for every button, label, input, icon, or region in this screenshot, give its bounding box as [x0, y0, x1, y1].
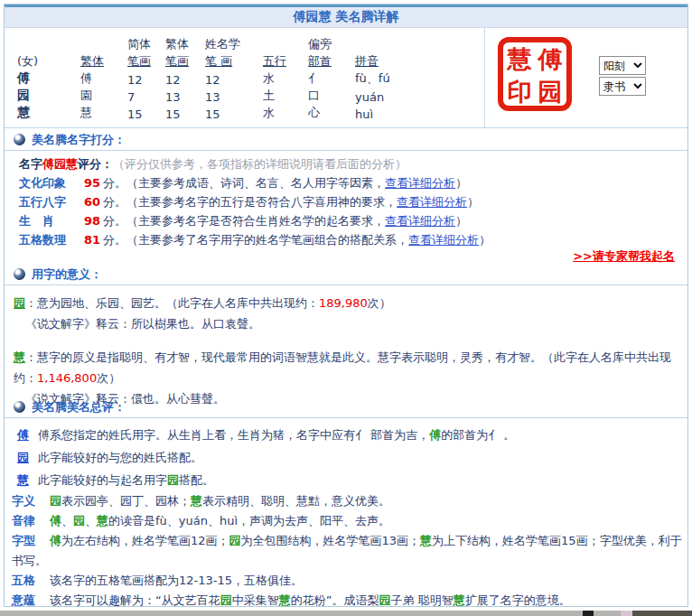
- summary-char-link[interactable]: 慧: [17, 473, 29, 487]
- col-traditional-char[interactable]: 繁体: [80, 52, 127, 70]
- aspect-text: 该名字的五格笔画搭配为12-13-15，五格俱佳。: [50, 574, 303, 587]
- summary-char-link[interactable]: 园: [17, 451, 29, 464]
- col-pinyin[interactable]: 拼音: [355, 52, 454, 70]
- highlight-char-link[interactable]: 傅: [50, 534, 61, 547]
- cell-naming-strokes: 13: [205, 87, 263, 104]
- score-row-wuge: 五格数理81分。（主要参考了名字用字的姓名学笔画组合的搭配关系，查看详细分析）: [19, 230, 687, 249]
- col-naming-strokes[interactable]: 笔 画: [205, 52, 263, 70]
- score-value: 98: [84, 214, 100, 228]
- highlight-char-link[interactable]: 园: [73, 514, 85, 527]
- summary-char-text: 此字能较好的与起名用字园搭配。: [38, 473, 214, 487]
- detail-analysis-link[interactable]: 查看详细分析: [385, 214, 455, 228]
- text-segment: 、: [85, 514, 97, 527]
- aspect-text: 园表示园亭、园丁、园林；慧表示精明、聪明、慧黠，意义优美。: [50, 494, 390, 508]
- score-section-body: 名字傅园慧评分：（评分仅供参考，各项指标的详细说明请看后面的分析） 文化印象95…: [5, 151, 687, 263]
- seal-char: 慧: [508, 43, 532, 76]
- char-link-hui[interactable]: 慧: [17, 104, 80, 121]
- summary-char-text: 傅系您指定的姓氏用字。从生肖上看，生肖为猪，名字中应有亻 部首为吉，傅的部首为亻…: [38, 428, 515, 442]
- text-segment: 搭配。: [179, 473, 214, 487]
- name-analysis-panel: 傅园慧 美名腾详解 简体 繁体 姓名学 偏旁 (女) 繁体 笔画: [4, 4, 688, 607]
- seal-carve-select[interactable]: 阳刻: [599, 56, 646, 75]
- aspect-label: 字型: [12, 531, 50, 551]
- highlight-char-link[interactable]: 园: [379, 593, 391, 607]
- highlight-char-link[interactable]: 园: [50, 494, 61, 508]
- col-radical[interactable]: 部首: [308, 52, 355, 70]
- header-simplified: 简体: [127, 35, 165, 52]
- meaning-entry-hui: 慧：慧字的原义是指聪明、有才智，现代最常用的词语智慧就是此义。慧字表示聪明，灵秀…: [14, 347, 687, 388]
- meaning-char-link[interactable]: 慧: [14, 350, 25, 364]
- aspect-label: 意蕴: [12, 591, 50, 607]
- cell-naming-strokes: 15: [205, 104, 263, 121]
- score-row-zodiac: 生 肖98分。（主要参考名字是否符合生肖姓名学的起名要求，查看详细分析）: [19, 211, 687, 230]
- col-traditional-strokes[interactable]: 笔画: [165, 52, 205, 70]
- highlight-char-link[interactable]: 园: [220, 593, 232, 607]
- text-segment: 189,980: [319, 296, 368, 310]
- highlight-char-link[interactable]: 慧: [191, 494, 202, 508]
- score-section-title: 美名腾名字打分：: [32, 133, 126, 146]
- intro-name: 傅园慧: [42, 157, 78, 171]
- window-edge: [0, 611, 692, 616]
- cell-trad: 慧: [80, 104, 127, 121]
- score-desc: （主要参考名字的五行是否符合八字喜用神的要求，: [126, 195, 397, 209]
- seal-char: 园: [538, 76, 563, 108]
- detail-analysis-link[interactable]: 查看详细分析: [385, 176, 455, 190]
- entry-gap: [14, 334, 687, 347]
- col-five-elements[interactable]: 五行: [263, 52, 308, 70]
- highlight-char-link[interactable]: 慧: [97, 514, 108, 527]
- text-segment: 子弟 聪明智: [391, 593, 454, 607]
- cell-pinyin: huì: [355, 104, 454, 121]
- highlight-char-link[interactable]: 慧: [279, 593, 291, 607]
- seal-script-select[interactable]: 隶书: [599, 77, 646, 96]
- highlight-char-link[interactable]: 园: [229, 534, 241, 547]
- col-simplified-strokes[interactable]: 笔画: [127, 52, 165, 70]
- intro-prefix: 名字: [19, 157, 42, 171]
- aspect-label: 音律: [12, 511, 50, 531]
- cell-pinyin: fù、fú: [355, 70, 454, 87]
- score-value: 95: [84, 176, 100, 190]
- cell-simp-strokes: 12: [127, 70, 165, 87]
- cell-pinyin: yuán: [355, 87, 454, 104]
- summary-char-row: 慧此字能较好的与起名用字园搭配。: [12, 469, 687, 491]
- summary-char-link[interactable]: 傅: [17, 428, 29, 442]
- score-desc-close: ）: [479, 233, 491, 247]
- highlight-char-link[interactable]: 园: [167, 473, 179, 487]
- summary-section: 美名腾美名总评： 傅傅系您指定的姓氏用字。从生肖上看，生肖为猪，名字中应有亻 部…: [5, 396, 687, 606]
- char-link-yuan[interactable]: 园: [17, 87, 80, 104]
- meaning-entry-yuan: 园：意为园地、乐园、园艺。（此字在人名库中共出现约：189,980次）: [14, 293, 687, 313]
- aspect-text: 傅、园、慧的读音是fù、yuán、huì，声调为去声、阳平、去声。: [50, 514, 390, 527]
- char-link-fu[interactable]: 傅: [17, 70, 80, 87]
- window-edge-segment: [632, 611, 692, 616]
- cell-trad-strokes: 15: [165, 104, 205, 121]
- aspect-row-glyph: 字型傅为左右结构，姓名学笔画12画；园为全包围结构，姓名学笔画13画；慧为上下结…: [12, 531, 687, 571]
- highlight-char-link[interactable]: 慧: [454, 593, 465, 607]
- meaning-line: ：意为园地、乐园、园艺。（此字在人名库中共出现约：189,980次）: [25, 296, 391, 310]
- highlight-char-link[interactable]: 傅: [50, 514, 61, 527]
- header-naming: 姓名学: [205, 35, 263, 52]
- score-unit: 分。: [103, 214, 126, 228]
- highlight-char-link[interactable]: 慧: [420, 534, 432, 547]
- window-edge-segment: [583, 611, 594, 616]
- score-label: 文化印象: [19, 173, 84, 192]
- globe-icon: [14, 401, 25, 413]
- summary-section-header: 美名腾美名总评：: [5, 396, 687, 418]
- detail-analysis-link[interactable]: 查看详细分析: [408, 233, 479, 247]
- summary-char-row: 傅傅系您指定的姓氏用字。从生肖上看，生肖为猪，名字中应有亻 部首为吉，傅的部首为…: [12, 424, 687, 446]
- score-unit: 分。: [103, 233, 126, 247]
- meaning-char-link[interactable]: 园: [14, 296, 25, 310]
- seal-char: 傅: [538, 43, 563, 76]
- table-header-top-row: 简体 繁体 姓名学 偏旁: [17, 35, 454, 52]
- character-info-table: 简体 繁体 姓名学 偏旁 (女) 繁体 笔画 笔画 笔 画 五行 部首 拼音: [17, 35, 454, 121]
- text-segment: 表示精明、聪明、慧黠，意义优美。: [202, 494, 390, 508]
- text-segment: 此字能较好的与起名用字: [38, 473, 167, 487]
- summary-section-body: 傅傅系您指定的姓氏用字。从生肖上看，生肖为猪，名字中应有亻 部首为吉，傅的部首为…: [5, 418, 687, 606]
- meaning-section-header: 用字的意义：: [5, 263, 687, 285]
- globe-icon: [14, 268, 25, 280]
- text-segment: 为左右结构，姓名学笔画12画；: [61, 534, 229, 547]
- text-segment: 的读音是fù、yuán、huì，声调为去声、阳平、去声。: [108, 514, 390, 527]
- detail-analysis-link[interactable]: 查看详细分析: [397, 195, 467, 209]
- intro-suffix: 评分：: [78, 157, 113, 171]
- aspect-row-phonetics: 音律傅、园、慧的读音是fù、yuán、huì，声调为去声、阳平、去声。: [12, 511, 687, 531]
- ask-expert-link[interactable]: >>请专家帮我起名: [573, 249, 675, 263]
- score-desc-close: ）: [467, 195, 479, 209]
- highlight-char-link[interactable]: 傅: [429, 428, 441, 442]
